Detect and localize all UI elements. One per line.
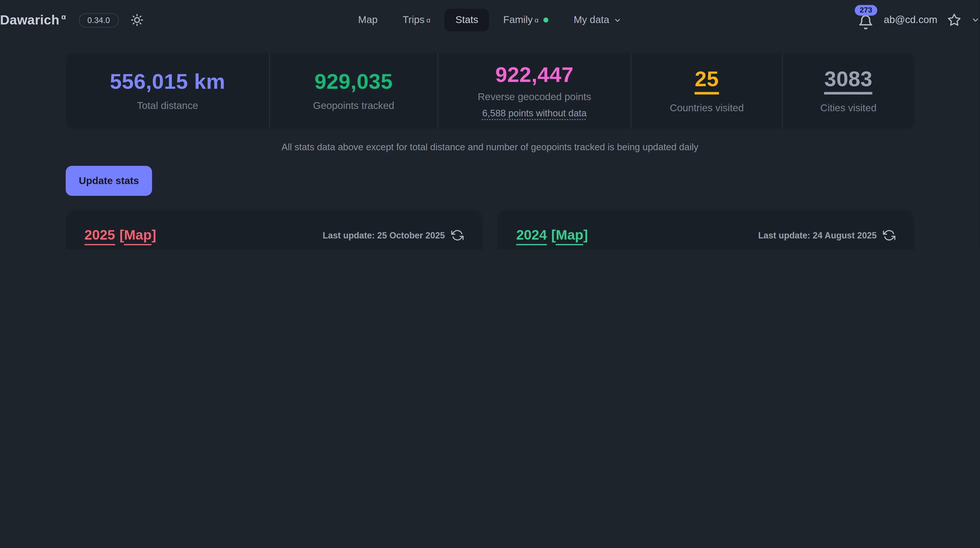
family-online-dot	[544, 17, 549, 23]
stat-countries-visited: 25 Countries visited	[631, 52, 782, 129]
stat-total-distance-label: Total distance	[137, 100, 198, 111]
navbar-right-cluster: 273 ab@cd.com	[858, 10, 980, 30]
version-badge: 0.34.0	[78, 13, 119, 27]
app-window: Dawarichα 0.34.0 Map Tripsα Stats Family…	[0, 0, 980, 249]
chevron-down-icon[interactable]	[971, 16, 980, 24]
year-link[interactable]: 2024	[516, 227, 547, 245]
alpha-superscript: α	[535, 16, 539, 24]
stat-total-distance-value: 556,015 km	[110, 71, 225, 92]
nav-item-my-data[interactable]: My data	[563, 9, 633, 31]
stat-geopoints: 929,035 Geopoints tracked	[269, 52, 438, 129]
stat-total-distance: 556,015 km Total distance	[66, 52, 269, 129]
refresh-icon[interactable]	[883, 229, 896, 241]
stat-cities-label: Cities visited	[820, 103, 877, 114]
bracket: [	[551, 227, 556, 243]
nav-item-family-label: Family	[503, 14, 533, 26]
year-card-2024: 2024[Map] Last update: 24 August 2025 25…	[497, 210, 914, 249]
stat-countries-label: Countries visited	[670, 103, 744, 114]
nav-item-trips[interactable]: Tripsα	[392, 9, 441, 31]
nav-item-family[interactable]: Familyα	[493, 9, 559, 31]
map-link[interactable]: Map	[124, 227, 152, 245]
notifications-count-badge: 273	[855, 5, 877, 15]
nav-item-map[interactable]: Map	[347, 9, 388, 31]
main-content: 556,015 km Total distance 929,035 Geopoi…	[66, 52, 914, 249]
nav-item-my-data-label: My data	[574, 14, 609, 26]
star-icon[interactable]	[947, 13, 961, 27]
navbar: Dawarichα 0.34.0 Map Tripsα Stats Family…	[0, 0, 980, 40]
bracket: [	[119, 227, 124, 243]
main-nav: Map Tripsα Stats Familyα My data	[347, 9, 632, 31]
nav-item-stats-active[interactable]: Stats	[445, 9, 489, 31]
bracket: ]	[152, 227, 156, 243]
stat-cities-visited: 3083 Cities visited	[782, 52, 914, 129]
stat-countries-value[interactable]: 25	[695, 68, 719, 94]
last-update-text: Last update: 25 October 2025	[323, 230, 445, 240]
year-cards-grid: 2025[Map] Last update: 25 October 2025 1…	[66, 210, 914, 249]
chevron-down-icon	[614, 16, 622, 24]
stats-update-note: All stats data above except for total di…	[66, 141, 914, 152]
alpha-superscript: α	[61, 13, 66, 21]
year-link[interactable]: 2025	[84, 227, 115, 245]
points-without-data-link[interactable]: 6,588 points without data	[482, 108, 587, 118]
stat-reverse-geocoded-value: 922,447	[495, 64, 574, 85]
stat-geopoints-label: Geopoints tracked	[313, 100, 395, 111]
nav-item-trips-label: Trips	[402, 14, 425, 26]
stats-strip: 556,015 km Total distance 929,035 Geopoi…	[66, 52, 914, 129]
year-title-2024: 2024[Map]	[516, 227, 588, 243]
user-email[interactable]: ab@cd.com	[884, 14, 937, 26]
stat-cities-value[interactable]: 3083	[824, 68, 872, 94]
theme-toggle-sun-icon[interactable]	[130, 13, 144, 27]
last-update-text: Last update: 24 August 2025	[758, 230, 877, 240]
year-card-2025: 2025[Map] Last update: 25 October 2025 1…	[66, 210, 483, 249]
year-title-2025: 2025[Map]	[84, 227, 156, 243]
nav-item-map-label: Map	[358, 14, 378, 26]
stat-geopoints-value: 929,035	[315, 71, 393, 92]
notifications-bell-icon[interactable]: 273	[858, 10, 874, 30]
stat-reverse-geocoded: 922,447 Reverse geocoded points 6,588 po…	[438, 52, 631, 129]
nav-item-stats-label: Stats	[455, 14, 478, 26]
update-stats-button[interactable]: Update stats	[66, 166, 152, 196]
alpha-superscript: α	[426, 16, 430, 24]
map-link[interactable]: Map	[556, 227, 583, 245]
bracket: ]	[583, 227, 588, 243]
app-logo[interactable]: Dawarichα	[0, 13, 66, 28]
app-logo-text: Dawarich	[0, 13, 59, 27]
refresh-icon[interactable]	[451, 229, 463, 241]
stat-reverse-geocoded-label: Reverse geocoded points	[478, 91, 591, 103]
